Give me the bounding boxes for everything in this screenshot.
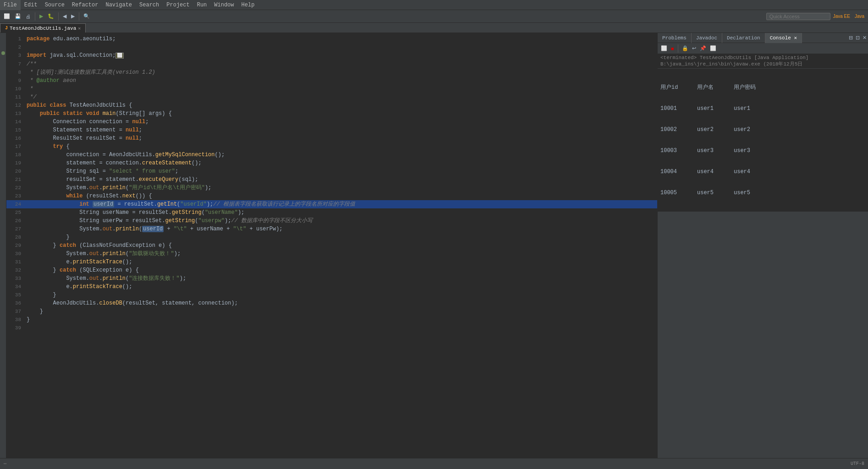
menu-source[interactable]: Source: [41, 0, 68, 10]
code-line-39: 39: [6, 324, 657, 332]
menu-project[interactable]: Project: [163, 0, 193, 10]
code-line-12: 12 public class TestAeonJdbcUtils {: [6, 101, 657, 109]
code-line-1: 1 package edu.aeon.aeonutils;: [6, 35, 657, 43]
code-line-14: 14 Connection connection = null;: [6, 118, 657, 126]
code-line-10: 10 *: [6, 85, 657, 93]
cell-pw-4: user4: [734, 168, 770, 176]
breakpoint-indicator: [1, 51, 5, 55]
console-stop[interactable]: ■: [670, 45, 676, 52]
toolbar-sep3: [79, 12, 79, 21]
menu-refactor[interactable]: Refactor: [68, 0, 102, 10]
tab-close[interactable]: ✕: [78, 26, 81, 31]
cell-name-3: user3: [697, 147, 734, 155]
console-row-3: 10003 user3 user3: [660, 147, 865, 155]
code-line-22: 22 System.out.println("用户id\t用户名\t用户密码")…: [6, 184, 657, 192]
col-userid-header: 用户id: [660, 83, 697, 92]
cell-id-4: 10004: [660, 168, 697, 176]
col-userpw-header: 用户密码: [734, 83, 770, 92]
toolbar-run[interactable]: ▶: [38, 12, 45, 20]
code-line-20: 20 String sql = "select * from user";: [6, 167, 657, 175]
console-row-1: 10001 user1 user1: [660, 104, 865, 113]
cell-name-1: user1: [697, 104, 734, 113]
code-line-23: 23 while (resultSet.next()) {: [6, 192, 657, 200]
cell-pw-2: user2: [734, 125, 770, 134]
menu-navigate[interactable]: Navigate: [102, 0, 136, 10]
code-line-7: 7 /**: [6, 60, 657, 68]
menu-bar: File Edit Source Refactor Navigate Searc…: [0, 0, 868, 10]
code-line-17: 17 try {: [6, 142, 657, 151]
console-maximize[interactable]: ⊡: [854, 34, 861, 41]
menu-help[interactable]: Help: [238, 0, 258, 10]
code-line-33: 33 System.out.println("连接数据库失败！");: [6, 274, 657, 283]
toolbar-new[interactable]: ⬜: [2, 12, 12, 20]
cell-id-1: 10001: [660, 104, 697, 113]
cell-pw-3: user3: [734, 147, 770, 155]
code-line-34: 34 e.printStackTrace();: [6, 283, 657, 291]
console-clear[interactable]: ⬜: [659, 45, 669, 52]
menu-file[interactable]: File: [0, 0, 21, 10]
menu-run[interactable]: Run: [193, 0, 211, 10]
right-panel: Problems Javadoc Declaration Console ✕ ⊟…: [657, 33, 868, 458]
console-pin[interactable]: 📌: [698, 45, 708, 52]
menu-edit[interactable]: Edit: [21, 0, 41, 10]
status-line-col: ↔: [4, 461, 6, 466]
code-line-21: 21 resultSet = statement.executeQuery(sq…: [6, 175, 657, 184]
java-icon: J: [5, 26, 8, 31]
code-line-32: 32 } catch (SQLException e) {: [6, 266, 657, 274]
console-tabs: Problems Javadoc Declaration Console ✕ ⊟…: [658, 33, 868, 43]
code-line-27: 27 System.out.println(userId + "\t" + us…: [6, 225, 657, 233]
tab-javadoc[interactable]: Javadoc: [692, 33, 722, 43]
console-scroll-area[interactable]: <terminated> TestAeonJdbcUtils [Java App…: [658, 54, 868, 458]
menu-search[interactable]: Search: [136, 0, 163, 10]
toolbar-java[interactable]: Java: [853, 13, 866, 20]
code-line-13: 13 public static void main(String[] args…: [6, 109, 657, 118]
console-minimize[interactable]: ⊟: [847, 34, 854, 41]
cell-pw-5: user5: [734, 189, 770, 197]
code-line-19: 19 statement = connection.createStatemen…: [6, 159, 657, 167]
code-line-8: 8 * [说明]:测试连接数据库工具类(version 1.2): [6, 68, 657, 76]
tab-problems[interactable]: Problems: [658, 33, 692, 43]
toolbar-back[interactable]: ◀: [61, 12, 68, 20]
console-sep: [678, 44, 678, 53]
code-line-9: 9 * @author aeon: [6, 76, 657, 85]
editor-tab[interactable]: J TestAeonJdbcUtils.java ✕: [0, 23, 86, 33]
tab-filename: TestAeonJdbcUtils.java: [10, 26, 76, 31]
code-line-18: 18 connection = AeonJdbcUtils.getMySqlCo…: [6, 151, 657, 159]
toolbar-debug[interactable]: 🐛: [46, 12, 56, 20]
toolbar-sep2: [58, 12, 59, 21]
code-line-36: 36 AeonJdbcUtils.closeDB(resultSet, stat…: [6, 299, 657, 307]
cell-id-5: 10005: [660, 189, 697, 197]
code-line-16: 16 ResultSet resultSet = null;: [6, 134, 657, 142]
cell-pw-1: user1: [734, 104, 770, 113]
code-line-30: 30 System.out.println("加载驱动失败！");: [6, 250, 657, 258]
code-line-38: 38 }: [6, 316, 657, 324]
menu-window[interactable]: Window: [210, 0, 237, 10]
console-scroll-lock[interactable]: 🔒: [681, 45, 690, 52]
tab-console[interactable]: Console ✕: [765, 33, 802, 43]
toolbar-save[interactable]: 💾: [13, 12, 23, 20]
quick-access-input[interactable]: [766, 13, 830, 20]
console-header: <terminated> TestAeonJdbcUtils [Java App…: [658, 54, 868, 69]
console-close[interactable]: ✕: [861, 34, 868, 41]
console-table-header: 用户id 用户名 用户密码: [660, 83, 865, 92]
toolbar-java-ee[interactable]: Java EE: [831, 13, 852, 20]
status-encoding: UTF-8: [851, 461, 864, 466]
editor-container[interactable]: 1 package edu.aeon.aeonutils; 2 3 import…: [6, 33, 657, 458]
cell-name-4: user4: [697, 168, 734, 176]
code-line-25: 25 String userName = resultSet.getString…: [6, 208, 657, 217]
console-open-console[interactable]: ⬜: [709, 45, 718, 52]
toolbar-sep1: [35, 12, 35, 21]
left-gutter: [0, 33, 6, 458]
code-line-31: 31 e.printStackTrace();: [6, 258, 657, 266]
toolbar-forward[interactable]: ▶: [69, 12, 77, 20]
code-line-26: 26 String userPw = resultSet.getString("…: [6, 217, 657, 225]
code-line-11: 11 */: [6, 93, 657, 101]
console-output: <terminated> TestAeonJdbcUtils [Java App…: [658, 54, 868, 212]
tab-declaration[interactable]: Declaration: [722, 33, 765, 43]
toolbar-search[interactable]: 🔍: [82, 12, 92, 20]
code-line-29: 29 } catch (ClassNotFoundException e) {: [6, 241, 657, 250]
console-word-wrap[interactable]: ↩: [691, 45, 698, 52]
console-table: 用户id 用户名 用户密码 10001 user1 user1 10002 us…: [658, 69, 868, 212]
code-line-24: 24 int userId = resultSet.getInt("userId…: [6, 200, 657, 208]
toolbar-print[interactable]: 🖨: [24, 13, 33, 20]
